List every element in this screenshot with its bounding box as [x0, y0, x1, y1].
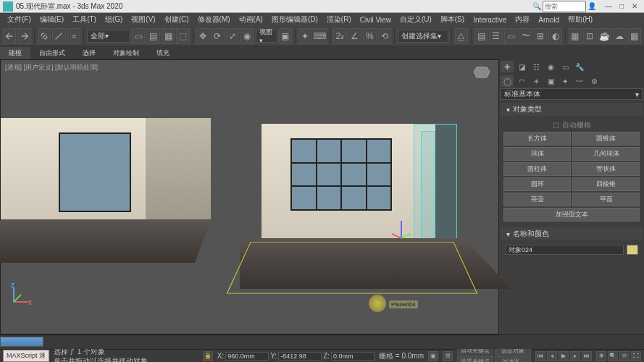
subtab-geometry[interactable]: ◯: [501, 75, 514, 87]
render-button[interactable]: ☕: [598, 28, 611, 44]
prim-box[interactable]: 长方体: [503, 132, 571, 146]
subtab-helpers[interactable]: ✦: [559, 75, 572, 87]
viewport[interactable]: [透视] [用户定义] [默认明暗处理]: [0, 59, 499, 334]
ribbon-tab-modeling[interactable]: 建模: [0, 47, 30, 59]
rotate-button[interactable]: ⟳: [211, 28, 224, 44]
selection-filter-dropdown[interactable]: 全部▾: [87, 30, 130, 43]
rendered-frame-button[interactable]: ⊡: [583, 28, 596, 44]
menu-grapheditors[interactable]: 图形编辑器(D): [267, 14, 322, 25]
percent-snap-button[interactable]: %: [363, 28, 376, 44]
coord-z-input[interactable]: [331, 352, 375, 361]
toggle-ribbon-button[interactable]: ▭: [504, 28, 517, 44]
menu-file[interactable]: 文件(F): [3, 14, 35, 25]
search-input[interactable]: [543, 1, 586, 12]
subtab-systems[interactable]: ⚙: [587, 75, 601, 87]
curve-editor-button[interactable]: 〜: [519, 28, 532, 44]
object-name-input[interactable]: [505, 245, 624, 255]
primitive-set-dropdown[interactable]: 标准基本体▾: [501, 88, 643, 100]
move-button[interactable]: ✥: [196, 28, 209, 44]
material-editor-button[interactable]: ◐: [548, 28, 561, 44]
menu-content[interactable]: 内容: [511, 14, 534, 25]
menu-view[interactable]: 视图(V): [127, 14, 159, 25]
mirror-button[interactable]: ⧋: [455, 28, 468, 44]
undo-button[interactable]: [3, 28, 16, 44]
goto-end-button[interactable]: ⏭: [582, 351, 592, 361]
isolate-button[interactable]: ▣: [428, 351, 438, 361]
prev-frame-button[interactable]: ◂: [547, 351, 557, 361]
menu-group[interactable]: 组(G): [101, 14, 127, 25]
menu-interactive[interactable]: Interactive: [469, 16, 511, 24]
pivot-button[interactable]: ▣: [279, 28, 292, 44]
rollout-name-color[interactable]: ▾名称和颜色: [501, 227, 643, 240]
maxscript-listener[interactable]: MAXScript 迷: [3, 350, 49, 362]
ribbon-tab-populate[interactable]: 填充: [148, 47, 178, 59]
placement-button[interactable]: ◉: [241, 28, 254, 44]
menu-scripting[interactable]: 脚本(S): [436, 14, 469, 25]
align-button[interactable]: ▤: [474, 28, 488, 44]
prim-plane[interactable]: 平面: [572, 193, 640, 206]
subtab-shapes[interactable]: ◠: [515, 75, 528, 87]
account-icon[interactable]: 👤: [587, 2, 596, 10]
menu-help[interactable]: 帮助(H): [564, 14, 597, 25]
prim-pyramid[interactable]: 四棱锥: [572, 177, 640, 191]
viewport-label[interactable]: [透视] [用户定义] [默认明暗处理]: [5, 63, 98, 72]
lock-selection-button[interactable]: 🔒: [203, 351, 213, 361]
open-a360-button[interactable]: ▦: [628, 28, 641, 44]
window-crossing-button[interactable]: ⬚: [176, 28, 189, 44]
keyboard-shortcut-button[interactable]: ⌨: [313, 28, 327, 44]
menu-animation[interactable]: 动画(A): [235, 14, 267, 25]
tab-display[interactable]: ▭: [559, 61, 572, 72]
subtab-cameras[interactable]: ▣: [544, 75, 557, 87]
next-frame-button[interactable]: ▸: [570, 351, 580, 361]
rollout-object-type[interactable]: ▾对象类型: [501, 103, 643, 116]
prim-teapot[interactable]: 茶壶: [503, 193, 571, 206]
play-button[interactable]: ▶: [559, 351, 569, 361]
menu-create[interactable]: 创建(C): [160, 14, 193, 25]
schematic-view-button[interactable]: ⊞: [534, 28, 547, 44]
spinner-snap-button[interactable]: ⟲: [378, 28, 391, 44]
tab-modify[interactable]: ◪: [515, 61, 528, 72]
viewport-orbit-button[interactable]: ⟳: [619, 351, 630, 361]
bind-spacewarp-button[interactable]: ≈: [67, 28, 80, 44]
time-slider[interactable]: [0, 337, 43, 347]
unlink-button[interactable]: [52, 28, 65, 44]
ribbon-tab-freeform[interactable]: 自由形式: [30, 47, 74, 59]
maximize-button[interactable]: □: [615, 1, 628, 12]
goto-start-button[interactable]: ⏮: [535, 351, 545, 361]
angle-snap-button[interactable]: ∠: [348, 28, 361, 44]
select-object-button[interactable]: ▭: [132, 28, 145, 44]
close-button[interactable]: ✕: [628, 1, 641, 12]
ribbon-tab-objectpaint[interactable]: 对象绘制: [104, 47, 148, 59]
coord-x-input[interactable]: [225, 352, 269, 361]
tab-create[interactable]: ✚: [501, 61, 514, 72]
prim-cone[interactable]: 圆锥体: [572, 132, 640, 146]
keyfilter-button[interactable]: 过滤器...: [495, 356, 531, 362]
viewport-pan-button[interactable]: ✥: [596, 351, 606, 361]
ribbon-tab-selection[interactable]: 选择: [74, 47, 104, 59]
autogrid-checkbox[interactable]: ☐: [553, 122, 559, 130]
render-in-cloud-button[interactable]: ☁: [613, 28, 626, 44]
tab-hierarchy[interactable]: ☷: [530, 61, 543, 72]
layer-explorer-button[interactable]: ☰: [489, 28, 502, 44]
redo-button[interactable]: [17, 28, 30, 44]
refcoord-dropdown[interactable]: 视图▾: [256, 30, 277, 43]
snap-toggle-2-button[interactable]: 2₃: [333, 28, 346, 44]
menu-tools[interactable]: 工具(T): [68, 14, 101, 25]
prim-geosphere[interactable]: 几何球体: [572, 147, 640, 161]
object-color-swatch[interactable]: [627, 245, 638, 255]
transform-gizmo[interactable]: [390, 218, 412, 240]
prim-textplus[interactable]: 加强型文本: [503, 208, 640, 222]
menu-edit[interactable]: 编辑(E): [35, 14, 68, 25]
tab-motion[interactable]: ◉: [544, 61, 557, 72]
prim-cylinder[interactable]: 圆柱体: [503, 162, 571, 176]
prim-torus[interactable]: 圆环: [503, 177, 571, 191]
menu-modifiers[interactable]: 修改器(M): [193, 14, 235, 25]
viewport-zoom-button[interactable]: 🔍: [608, 351, 618, 361]
coord-y-input[interactable]: [278, 352, 322, 361]
setkey-button[interactable]: 设置关键点: [457, 356, 493, 362]
tab-utilities[interactable]: 🔧: [573, 61, 586, 72]
viewcube[interactable]: [471, 63, 493, 80]
track-bar[interactable]: [0, 334, 644, 349]
select-by-name-button[interactable]: ▤: [146, 28, 159, 44]
menu-arnold[interactable]: Arnold: [534, 16, 564, 24]
